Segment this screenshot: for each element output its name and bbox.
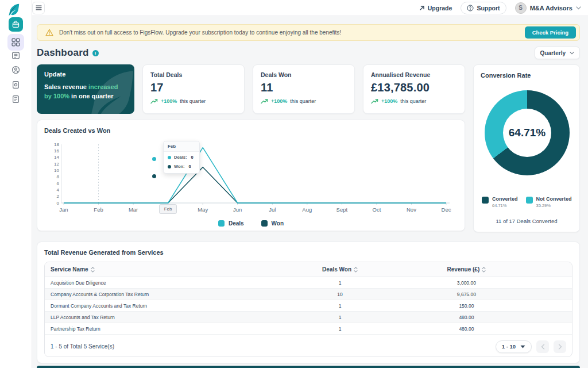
cell-service: Dormant Company Accounts and Tax Return [45,303,277,309]
tooltip-row: Deals:0 [164,152,199,161]
svg-text:0: 0 [57,201,60,206]
avatar: S [515,2,527,14]
sidebar-item-dashboard[interactable] [7,34,24,51]
tooltip-row: Won:0 [164,161,199,173]
next-section-edge [37,366,580,368]
cell-deals: 1 [277,280,403,286]
column-label: Service Name [51,266,88,273]
cell-revenue: 480.00 [403,315,529,320]
upgrade-link[interactable]: Upgrade [419,5,452,12]
table-row[interactable]: Company Accounts & Corporation Tax Retur… [45,289,572,300]
column-header-service[interactable]: Service Name [45,266,277,273]
sort-icon [91,267,95,273]
svg-text:18: 18 [54,142,59,147]
cell-revenue: 150.00 [403,303,529,309]
legend-swatch [218,220,225,227]
trend-up-icon [261,99,268,104]
column-header-revenue[interactable]: Revenue (£) [403,266,529,273]
check-pricing-button[interactable]: Check Pricing [525,26,576,39]
briefcase-icon [12,21,20,28]
cell-deals: 1 [277,303,403,309]
banner-text: Don't miss out on full access to FigsFlo… [59,29,525,36]
column-header-deals[interactable]: Deals Won [277,266,403,273]
page-title: Dashboard [37,47,89,59]
sidebar-item-templates[interactable] [11,94,21,104]
services-table: Service NameDeals WonRevenue (£) Acquisi… [44,262,572,357]
legend-label: Converted [492,196,518,202]
metric-label: Annualised Revenue [371,71,457,78]
chevron-left-icon [541,344,545,350]
sidebar-item-workspace[interactable] [9,17,23,32]
next-page-button[interactable] [554,340,566,353]
sidebar-item-proposals[interactable] [11,80,21,90]
metric-card-deals-won: Deals Won11+100%this quarter [253,64,355,114]
conversion-center-value: 64.71% [485,90,570,175]
figsflow-logo-icon [6,2,21,17]
support-label: Support [477,5,500,12]
table-footer: 1 - 5 of Total 5 Service(s) 1 - 10 [45,336,572,356]
main-content: Don't miss out on full access to FigsFlo… [32,16,588,368]
table-row[interactable]: Partnership Tax Return1480.00 [45,323,572,335]
services-revenue-card: Total Revenue Generated from Services Se… [37,241,580,363]
svg-text:May: May [198,206,208,213]
svg-text:Dec: Dec [442,206,451,213]
chart-title: Deals Created vs Won [44,127,458,134]
table-row[interactable]: LLP Accounts and Tax Return1480.00 [45,312,572,323]
tooltip-series-value: 0 [189,164,191,169]
cell-service: Company Accounts & Corporation Tax Retur… [45,292,277,297]
period-selector[interactable]: Quarterly [535,47,580,59]
menu-toggle-button[interactable] [32,2,45,14]
prev-page-button[interactable] [536,340,549,353]
tooltip-series-value: 0 [191,155,194,160]
table-row[interactable]: Acquisition Due Diligence13,000.00 [45,277,572,289]
table-title: Total Revenue Generated from Services [44,249,572,256]
page-size-selector[interactable]: 1 - 10 [496,340,532,353]
tooltip-title: Feb [164,141,199,152]
page-header: Dashboard i Quarterly [37,46,580,60]
caret-down-icon [520,345,525,348]
board-icon [11,51,20,60]
chevron-right-icon [558,344,562,350]
update-card: Update Sales revenue increased by 100% i… [37,64,134,114]
conversion-legend-item: Converted64.71% [482,196,518,208]
svg-text:Nov: Nov [407,206,416,213]
tooltip-series-dot [168,165,171,168]
trend-up-icon [371,99,378,104]
cell-deals: 10 [277,292,403,297]
metric-delta-suffix: this quarter [290,98,316,104]
metric-delta-suffix: this quarter [180,98,206,104]
legend-text: Not Converted35.29% [536,196,572,208]
conversion-legend-item: Not Converted35.29% [526,196,572,208]
svg-text:Jan: Jan [59,206,68,213]
info-icon[interactable]: i [92,50,99,56]
cell-revenue: 480.00 [403,326,529,332]
conversion-title: Conversion Rate [481,72,572,79]
period-selector-value: Quarterly [540,50,566,56]
line-chart[interactable]: 024681012141618JanFebMarAprMayJunJulAugS… [44,139,459,221]
svg-text:6: 6 [57,181,60,186]
question-circle-icon [467,5,474,12]
metric-label: Deals Won [261,71,347,78]
legend-item-won: Won [261,220,284,227]
warning-icon [45,29,53,36]
sidebar-item-deals[interactable] [11,51,21,60]
topbar: Upgrade Support S M&A Advisors [32,0,588,16]
svg-text:Mar: Mar [129,206,138,213]
svg-text:4: 4 [57,187,60,193]
support-button[interactable]: Support [461,2,506,14]
table-row[interactable]: Dormant Company Accounts and Tax Return1… [45,300,572,312]
metric-value: 17 [150,81,237,94]
document-lines-icon [11,95,20,103]
account-menu[interactable]: S M&A Advisors [515,2,581,14]
won-point-marker [152,174,156,178]
legend-swatch [482,197,489,204]
cell-deals: 1 [277,315,403,320]
svg-text:Sept: Sept [336,206,348,213]
metric-delta-pct: +100% [381,98,397,104]
svg-text:Aug: Aug [302,206,312,213]
legend-text: Converted64.71% [492,196,518,208]
svg-text:12: 12 [54,162,59,167]
sort-icon [482,267,486,273]
metric-card-annualised-revenue: Annualised Revenue£13,785.00+100%this qu… [363,64,465,114]
sidebar-item-contacts[interactable] [11,65,21,75]
